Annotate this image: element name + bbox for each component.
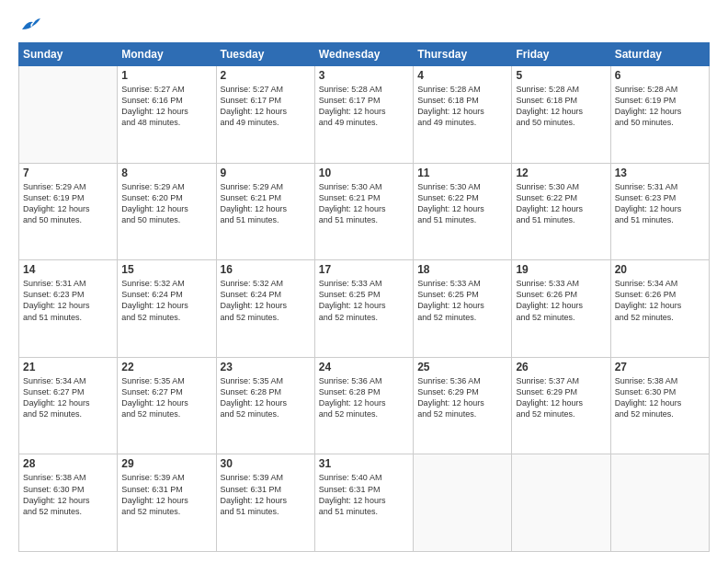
day-info: Sunrise: 5:34 AM Sunset: 6:26 PM Dayligh… [615,278,705,323]
calendar-cell: 3Sunrise: 5:28 AM Sunset: 6:17 PM Daylig… [314,66,413,164]
day-number: 29 [121,457,211,470]
calendar-cell [610,454,709,552]
day-info: Sunrise: 5:27 AM Sunset: 6:17 PM Dayligh… [221,84,311,129]
calendar-cell: 13Sunrise: 5:31 AM Sunset: 6:23 PM Dayli… [610,163,709,260]
calendar-cell: 4Sunrise: 5:28 AM Sunset: 6:18 PM Daylig… [414,66,512,164]
day-info: Sunrise: 5:38 AM Sunset: 6:30 PM Dayligh… [23,472,113,517]
day-number: 26 [516,361,606,373]
day-info: Sunrise: 5:28 AM Sunset: 6:18 PM Dayligh… [417,84,507,129]
week-row-1: 1Sunrise: 5:27 AM Sunset: 6:16 PM Daylig… [19,66,710,164]
day-info: Sunrise: 5:29 AM Sunset: 6:19 PM Dayligh… [23,181,113,226]
day-number: 13 [615,167,705,179]
calendar-cell: 17Sunrise: 5:33 AM Sunset: 6:25 PM Dayli… [314,260,413,358]
calendar-cell: 8Sunrise: 5:29 AM Sunset: 6:20 PM Daylig… [118,163,216,260]
calendar-cell: 18Sunrise: 5:33 AM Sunset: 6:25 PM Dayli… [414,260,512,358]
header [18,17,710,33]
calendar-cell: 19Sunrise: 5:33 AM Sunset: 6:26 PM Dayli… [512,260,610,358]
calendar-cell: 22Sunrise: 5:35 AM Sunset: 6:27 PM Dayli… [118,357,216,454]
day-number: 21 [23,361,113,373]
calendar-cell: 5Sunrise: 5:28 AM Sunset: 6:18 PM Daylig… [512,66,610,164]
day-info: Sunrise: 5:40 AM Sunset: 6:31 PM Dayligh… [319,472,409,517]
day-number: 3 [319,69,409,82]
calendar-cell: 26Sunrise: 5:37 AM Sunset: 6:29 PM Dayli… [512,357,610,454]
day-number: 20 [615,263,705,276]
day-info: Sunrise: 5:38 AM Sunset: 6:30 PM Dayligh… [615,375,705,420]
day-info: Sunrise: 5:34 AM Sunset: 6:27 PM Dayligh… [23,375,113,420]
day-info: Sunrise: 5:27 AM Sunset: 6:16 PM Dayligh… [121,84,211,129]
day-info: Sunrise: 5:39 AM Sunset: 6:31 PM Dayligh… [221,472,311,517]
day-info: Sunrise: 5:36 AM Sunset: 6:29 PM Dayligh… [417,375,507,420]
day-number: 7 [23,167,113,179]
day-info: Sunrise: 5:31 AM Sunset: 6:23 PM Dayligh… [23,278,113,323]
day-number: 23 [221,361,311,373]
calendar-cell: 15Sunrise: 5:32 AM Sunset: 6:24 PM Dayli… [118,260,216,358]
day-info: Sunrise: 5:28 AM Sunset: 6:17 PM Dayligh… [319,84,409,129]
calendar-cell: 23Sunrise: 5:35 AM Sunset: 6:28 PM Dayli… [216,357,314,454]
logo [18,17,40,33]
calendar-cell: 2Sunrise: 5:27 AM Sunset: 6:17 PM Daylig… [216,66,314,164]
week-row-4: 21Sunrise: 5:34 AM Sunset: 6:27 PM Dayli… [19,357,710,454]
calendar-cell: 25Sunrise: 5:36 AM Sunset: 6:29 PM Dayli… [414,357,512,454]
day-info: Sunrise: 5:32 AM Sunset: 6:24 PM Dayligh… [121,278,211,323]
day-number: 15 [121,263,211,276]
day-number: 19 [516,263,606,276]
day-number: 22 [121,361,211,373]
page: SundayMondayTuesdayWednesdayThursdayFrid… [0,0,728,563]
day-number: 9 [221,167,311,179]
calendar-cell: 1Sunrise: 5:27 AM Sunset: 6:16 PM Daylig… [118,66,216,164]
day-number: 6 [615,69,705,82]
calendar-table: SundayMondayTuesdayWednesdayThursdayFrid… [18,42,710,552]
col-header-tuesday: Tuesday [216,43,314,66]
day-info: Sunrise: 5:31 AM Sunset: 6:23 PM Dayligh… [615,181,705,226]
col-header-thursday: Thursday [414,43,512,66]
day-number: 4 [417,69,507,82]
day-number: 17 [319,263,409,276]
day-info: Sunrise: 5:37 AM Sunset: 6:29 PM Dayligh… [516,375,606,420]
col-header-sunday: Sunday [19,43,118,66]
calendar-cell: 11Sunrise: 5:30 AM Sunset: 6:22 PM Dayli… [414,163,512,260]
calendar-cell: 10Sunrise: 5:30 AM Sunset: 6:21 PM Dayli… [314,163,413,260]
calendar-cell: 9Sunrise: 5:29 AM Sunset: 6:21 PM Daylig… [216,163,314,260]
day-number: 31 [319,457,409,470]
day-info: Sunrise: 5:28 AM Sunset: 6:19 PM Dayligh… [615,84,705,129]
col-header-monday: Monday [118,43,216,66]
calendar-cell: 6Sunrise: 5:28 AM Sunset: 6:19 PM Daylig… [610,66,709,164]
day-number: 28 [23,457,113,470]
calendar-cell: 28Sunrise: 5:38 AM Sunset: 6:30 PM Dayli… [19,454,118,552]
day-info: Sunrise: 5:35 AM Sunset: 6:28 PM Dayligh… [221,375,311,420]
day-number: 30 [221,457,311,470]
week-row-5: 28Sunrise: 5:38 AM Sunset: 6:30 PM Dayli… [19,454,710,552]
col-header-friday: Friday [512,43,610,66]
day-info: Sunrise: 5:33 AM Sunset: 6:26 PM Dayligh… [516,278,606,323]
day-number: 25 [417,361,507,373]
day-number: 18 [417,263,507,276]
day-number: 2 [221,69,311,82]
calendar-cell: 30Sunrise: 5:39 AM Sunset: 6:31 PM Dayli… [216,454,314,552]
day-number: 1 [121,69,211,82]
day-info: Sunrise: 5:35 AM Sunset: 6:27 PM Dayligh… [121,375,211,420]
day-info: Sunrise: 5:39 AM Sunset: 6:31 PM Dayligh… [121,472,211,517]
calendar-cell [512,454,610,552]
header-row: SundayMondayTuesdayWednesdayThursdayFrid… [19,43,710,66]
col-header-saturday: Saturday [610,43,709,66]
day-number: 5 [516,69,606,82]
week-row-2: 7Sunrise: 5:29 AM Sunset: 6:19 PM Daylig… [19,163,710,260]
calendar-cell: 14Sunrise: 5:31 AM Sunset: 6:23 PM Dayli… [19,260,118,358]
day-info: Sunrise: 5:32 AM Sunset: 6:24 PM Dayligh… [221,278,311,323]
calendar-cell: 16Sunrise: 5:32 AM Sunset: 6:24 PM Dayli… [216,260,314,358]
calendar-cell [414,454,512,552]
day-number: 10 [319,167,409,179]
day-info: Sunrise: 5:29 AM Sunset: 6:21 PM Dayligh… [221,181,311,226]
col-header-wednesday: Wednesday [314,43,413,66]
calendar-cell: 24Sunrise: 5:36 AM Sunset: 6:28 PM Dayli… [314,357,413,454]
day-number: 24 [319,361,409,373]
logo-bird-icon [20,17,40,33]
calendar-cell: 7Sunrise: 5:29 AM Sunset: 6:19 PM Daylig… [19,163,118,260]
day-info: Sunrise: 5:33 AM Sunset: 6:25 PM Dayligh… [319,278,409,323]
day-number: 8 [121,167,211,179]
day-info: Sunrise: 5:30 AM Sunset: 6:22 PM Dayligh… [417,181,507,226]
day-number: 16 [221,263,311,276]
calendar-cell: 27Sunrise: 5:38 AM Sunset: 6:30 PM Dayli… [610,357,709,454]
day-info: Sunrise: 5:30 AM Sunset: 6:22 PM Dayligh… [516,181,606,226]
day-info: Sunrise: 5:29 AM Sunset: 6:20 PM Dayligh… [121,181,211,226]
